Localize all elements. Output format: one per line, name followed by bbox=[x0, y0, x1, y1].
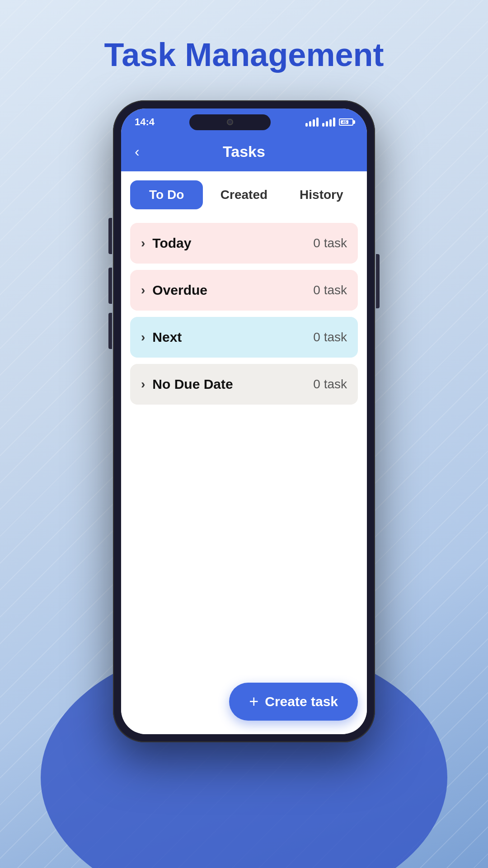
phone-frame: 14:4 45 bbox=[113, 100, 375, 742]
chevron-today-icon: › bbox=[141, 236, 145, 250]
section-overdue-count: 0 task bbox=[313, 283, 347, 297]
section-overdue-label: Overdue bbox=[152, 283, 313, 298]
app-header: ‹ Tasks bbox=[121, 136, 367, 171]
tab-created[interactable]: Created bbox=[207, 180, 280, 209]
plus-icon: + bbox=[249, 693, 258, 710]
signal-bar-4 bbox=[316, 118, 319, 127]
signal-bar-8 bbox=[333, 118, 335, 127]
section-no-due-date[interactable]: › No Due Date 0 task bbox=[130, 364, 358, 405]
signal-bar-1 bbox=[305, 123, 308, 127]
section-noduedate-count: 0 task bbox=[313, 377, 347, 392]
section-next[interactable]: › Next 0 task bbox=[130, 317, 358, 358]
signal-bar-5 bbox=[322, 123, 324, 127]
section-noduedate-label: No Due Date bbox=[152, 377, 313, 392]
chevron-noduedate-icon: › bbox=[141, 377, 145, 392]
status-icons: 45 bbox=[305, 118, 353, 127]
signal-bars-right bbox=[322, 118, 335, 127]
section-today-count: 0 task bbox=[313, 236, 347, 250]
signal-bar-3 bbox=[313, 119, 315, 127]
create-task-label: Create task bbox=[265, 694, 338, 709]
chevron-next-icon: › bbox=[141, 330, 145, 344]
battery-fill: 45 bbox=[341, 120, 348, 124]
section-next-label: Next bbox=[152, 330, 313, 345]
bottom-bar: + Create task bbox=[121, 675, 367, 734]
section-today[interactable]: › Today 0 task bbox=[130, 223, 358, 264]
status-notch bbox=[189, 114, 271, 130]
signal-bar-7 bbox=[329, 119, 332, 127]
tab-bar: To Do Created History bbox=[121, 171, 367, 214]
signal-bar-2 bbox=[309, 121, 311, 127]
signal-bar-6 bbox=[326, 121, 328, 127]
app-header-title: Tasks bbox=[223, 143, 265, 160]
notch-camera bbox=[227, 119, 233, 125]
section-next-count: 0 task bbox=[313, 330, 347, 344]
chevron-overdue-icon: › bbox=[141, 283, 145, 297]
status-time: 14:4 bbox=[135, 116, 155, 128]
page-title: Task Management bbox=[104, 36, 384, 73]
tab-todo[interactable]: To Do bbox=[130, 180, 203, 209]
task-content: › Today 0 task › Overdue 0 task › Next 0… bbox=[121, 214, 367, 675]
status-bar: 14:4 45 bbox=[121, 108, 367, 136]
tab-history[interactable]: History bbox=[285, 180, 358, 209]
section-overdue[interactable]: › Overdue 0 task bbox=[130, 270, 358, 311]
signal-bars-left bbox=[305, 118, 319, 127]
battery-icon: 45 bbox=[339, 118, 353, 126]
phone-screen: 14:4 45 bbox=[121, 108, 367, 734]
back-button[interactable]: ‹ bbox=[135, 143, 140, 160]
section-today-label: Today bbox=[152, 236, 313, 251]
create-task-button[interactable]: + Create task bbox=[229, 683, 358, 721]
